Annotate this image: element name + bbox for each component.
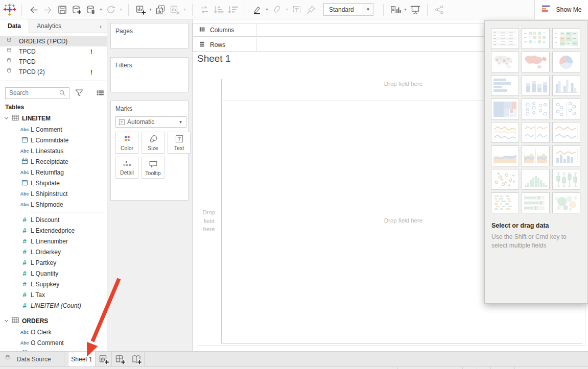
chevron-down-icon[interactable] [4,115,9,122]
new-story-tab-button[interactable] [128,352,145,366]
field-item[interactable]: AbcL Shipmode [0,199,107,210]
new-worksheet-tab-button[interactable] [96,352,112,366]
data-source-item[interactable]: TPCD [0,57,107,67]
showme-side-by-side-circles[interactable] [552,99,580,119]
showme-dual-combination[interactable] [552,145,580,166]
showme-area-charts-continuous[interactable] [491,145,519,166]
new-dashboard-tab-button[interactable] [112,352,128,366]
save-button[interactable] [56,3,69,17]
clear-sheet-button[interactable] [168,3,181,17]
showme-dual-lines[interactable] [552,122,580,143]
field-item[interactable]: #L Quantity [0,268,107,279]
pause-auto-updates-caret-icon[interactable]: ▾ [99,7,103,12]
field-item[interactable]: #LINEITEM (Count) [0,300,107,311]
table-group-lineitem[interactable]: LINEITEM [0,113,107,124]
showme-symbol-map[interactable] [491,52,519,72]
pause-auto-updates-button[interactable] [84,3,98,17]
new-data-source-button[interactable] [70,3,83,17]
group-members-button[interactable] [270,3,284,17]
fit-selector-dropdown[interactable]: Standard▼ [323,3,373,16]
new-worksheet-caret-icon[interactable]: ▾ [148,7,153,12]
field-item[interactable]: AbcL Linestatus [0,145,107,156]
field-item[interactable]: AbcL Comment [0,124,107,135]
group-members-caret-icon[interactable]: ▾ [285,7,289,12]
showme-histogram[interactable] [522,169,550,190]
showme-circle-views[interactable] [522,99,550,119]
refresh-data-button[interactable] [104,3,117,17]
clear-sheet-caret-icon[interactable]: ▾ [182,7,187,12]
field-item[interactable]: #L Tax [0,289,107,300]
showme-treemap[interactable] [491,99,519,119]
showme-filled-map[interactable] [522,52,550,72]
mark-type-dropdown[interactable]: Automatic ▼ [115,116,186,128]
showme-packed-bubbles[interactable] [552,192,580,213]
share-workbook-button[interactable] [433,3,446,17]
field-item[interactable]: AbcO Clerk [0,327,107,337]
chevron-down-icon[interactable] [4,317,9,325]
marks-tooltip-button[interactable]: Tooltip [142,157,164,179]
show-mark-labels-button[interactable] [290,3,303,17]
drop-zone-left[interactable]: Drop field here [197,208,221,234]
duplicate-sheet-button[interactable] [154,3,167,17]
marks-text-button[interactable]: Text [168,132,191,154]
highlight-button[interactable] [250,3,264,17]
fix-axes-button[interactable] [304,3,318,17]
filter-fields-icon[interactable] [72,88,86,98]
sheet1-tab[interactable]: Sheet 1 [68,352,96,366]
search-input[interactable] [6,89,56,97]
field-item[interactable]: L Shipdate [0,178,107,188]
show-hide-cards-caret-icon[interactable]: ▾ [403,7,408,12]
field-item[interactable]: #L Orderkey [0,247,107,257]
showme-scatter-plots[interactable] [491,169,519,190]
show-hide-cards-button[interactable] [389,3,402,17]
showme-bullet-graphs[interactable] [522,192,550,213]
presentation-mode-button[interactable] [409,3,422,17]
field-item[interactable]: #L Extendedprice [0,225,107,236]
filters-shelf[interactable]: Filters [110,57,189,92]
data-source-tab[interactable]: Data Source [0,352,64,366]
showme-heat-map[interactable] [522,28,550,49]
showme-lines-continuous[interactable] [491,122,519,143]
undo-button[interactable] [27,3,40,17]
showme-side-by-side-bars[interactable] [552,75,580,96]
refresh-data-caret-icon[interactable]: ▾ [119,7,123,12]
mark-type-caret-icon[interactable]: ▼ [175,117,186,127]
new-worksheet-button[interactable] [134,3,147,17]
sort-ascending-button[interactable] [212,3,225,17]
field-item[interactable]: #L Linenumber [0,236,107,247]
field-item[interactable]: L Commitdate [0,135,107,145]
showme-box-and-whisker-plots[interactable] [552,169,580,190]
marks-detail-button[interactable]: Detail [115,157,138,179]
collapse-pane-icon[interactable]: ‹ [100,19,107,33]
view-as-icon[interactable] [93,88,107,98]
showme-stacked-bars[interactable] [522,75,550,96]
showme-horizontal-bars[interactable] [491,75,519,96]
tab-data[interactable]: Data [0,19,29,33]
redo-button[interactable] [41,3,55,17]
sheet-title[interactable]: Sheet 1 [197,53,231,64]
data-source-item[interactable]: ORDERS (TPCD) [0,36,107,46]
showme-highlight-table[interactable] [552,28,580,49]
field-item[interactable]: L Receiptdate [0,156,107,167]
field-item[interactable]: AbcL Returnflag [0,167,107,178]
field-item[interactable]: #L Partkey [0,257,107,268]
data-source-item[interactable]: TPCD (2)! [0,67,107,77]
field-item[interactable]: #L Discount [0,214,107,225]
swap-rows-columns-button[interactable] [198,3,211,17]
search-box[interactable] [5,87,69,99]
showme-pie-chart[interactable] [552,52,580,72]
field-item[interactable]: AbcL Shipinstruct [0,188,107,199]
showme-lines-discrete[interactable] [522,122,550,143]
showme-gantt[interactable] [491,192,519,213]
field-item[interactable]: AbcO Comment [0,337,107,348]
data-source-item[interactable]: TPCD! [0,46,107,57]
marks-color-button[interactable]: Color [115,132,138,154]
showme-text-table[interactable] [491,28,519,49]
sort-descending-button[interactable] [226,3,240,17]
table-group-orders[interactable]: ORDERS [0,315,107,327]
show-me-button[interactable]: Show Me [534,0,588,19]
pages-shelf[interactable]: Pages [110,23,189,48]
field-item[interactable]: #L Suppkey [0,279,107,289]
tab-analytics[interactable]: Analytics [29,19,69,33]
marks-size-button[interactable]: Size [142,132,164,154]
